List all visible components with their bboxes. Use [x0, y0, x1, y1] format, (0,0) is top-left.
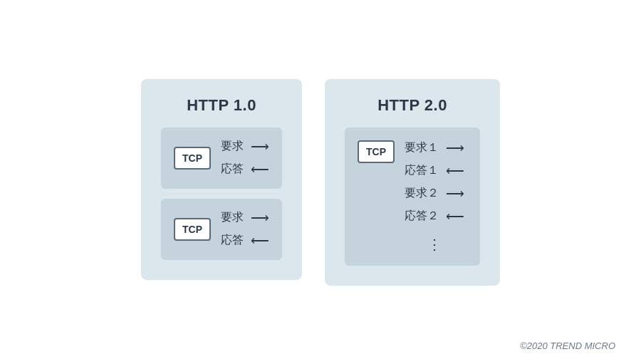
http20-label-1: 応答１	[405, 163, 439, 178]
http10-arrow-left-2: ⟵	[251, 233, 269, 249]
http20-ellipsis: ⋮	[405, 236, 464, 253]
http20-connection: TCP 要求１ ⟶ 応答１ ⟵ 要求２ ⟶ 応答２ ⟵ ⋮	[345, 128, 480, 266]
http20-row-1: 応答１ ⟵	[405, 163, 464, 179]
http10-request-row-1: 要求 ⟶	[221, 139, 269, 155]
http10-response-label-1: 応答	[221, 162, 244, 177]
http10-request-row-2: 要求 ⟶	[221, 210, 269, 226]
http10-connection-2: TCP 要求 ⟶ 応答 ⟵	[161, 199, 282, 260]
http10-rr-1: 要求 ⟶ 応答 ⟵	[221, 139, 269, 177]
http10-request-label-1: 要求	[221, 139, 244, 154]
http20-rr: 要求１ ⟶ 応答１ ⟵ 要求２ ⟶ 応答２ ⟵ ⋮	[405, 140, 464, 253]
diagram-container: HTTP 1.0 TCP 要求 ⟶ 応答 ⟵ TCP 要求 ⟶	[141, 79, 500, 286]
http10-response-row-1: 応答 ⟵	[221, 162, 269, 177]
http20-arrow-2: ⟶	[446, 186, 464, 202]
http10-request-label-2: 要求	[221, 210, 244, 225]
http20-tcp-badge: TCP	[358, 140, 395, 163]
http10-box: HTTP 1.0 TCP 要求 ⟶ 応答 ⟵ TCP 要求 ⟶	[141, 79, 302, 280]
http10-response-label-2: 応答	[221, 233, 244, 248]
http10-title: HTTP 1.0	[187, 96, 256, 115]
http10-tcp-badge-1: TCP	[174, 147, 211, 170]
http20-title: HTTP 2.0	[377, 96, 447, 115]
http20-row-2: 要求２ ⟶	[405, 186, 464, 202]
http20-label-2: 要求２	[405, 186, 439, 201]
copyright-text: ©2020 TREND MICRO	[520, 340, 615, 351]
http20-label-3: 応答２	[405, 209, 439, 224]
http10-arrow-right-1: ⟶	[251, 139, 269, 155]
http10-arrow-left-1: ⟵	[251, 162, 269, 177]
http10-connection-1: TCP 要求 ⟶ 応答 ⟵	[161, 128, 282, 189]
http10-rr-2: 要求 ⟶ 応答 ⟵	[221, 210, 269, 249]
http20-row-0: 要求１ ⟶	[405, 140, 464, 156]
http10-response-row-2: 応答 ⟵	[221, 233, 269, 249]
http10-arrow-right-2: ⟶	[251, 210, 269, 226]
http20-arrow-3: ⟵	[446, 209, 464, 224]
http20-arrow-0: ⟶	[446, 140, 464, 156]
http20-arrow-1: ⟵	[446, 163, 464, 179]
http20-box: HTTP 2.0 TCP 要求１ ⟶ 応答１ ⟵ 要求２ ⟶ 応答２ ⟵	[325, 79, 500, 286]
http10-tcp-badge-2: TCP	[174, 218, 211, 241]
http20-label-0: 要求１	[405, 140, 439, 155]
http20-row-3: 応答２ ⟵	[405, 209, 464, 224]
